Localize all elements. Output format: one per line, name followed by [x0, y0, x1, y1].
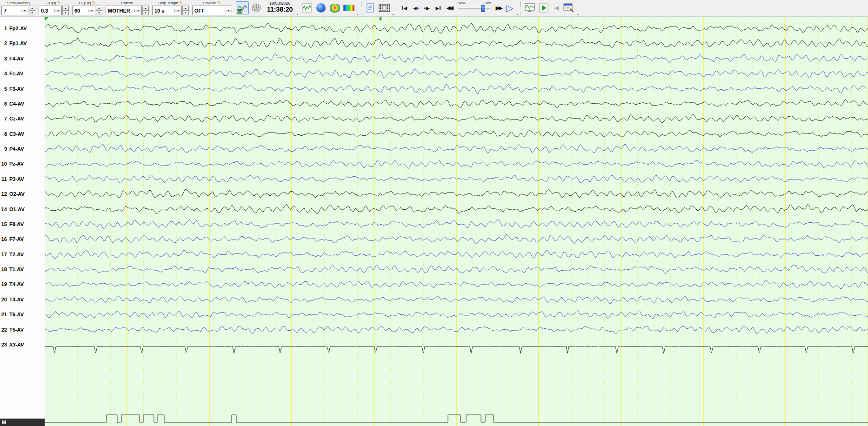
display-length-up-button[interactable]: ▲ [182, 6, 189, 11]
high-filter-up-button[interactable]: ▲ [96, 6, 102, 11]
video-dropdown-icon[interactable]: ⌄ [391, 11, 395, 16]
channel-label-row[interactable]: 14O1-AV [0, 206, 45, 213]
channel-label-row[interactable]: 3F4-AV [0, 55, 45, 62]
time-constant-dropdown-icon[interactable]: ▼ [54, 9, 61, 12]
toolbar-separator [521, 2, 521, 15]
color-scale-button[interactable] [342, 1, 355, 14]
channel-label: Pz-AV [9, 160, 24, 167]
play-dropdown-icon[interactable]: ⌄ [515, 11, 519, 16]
channel-label-row[interactable]: 11P3-AV [0, 175, 45, 183]
electrode-map-button[interactable] [250, 1, 263, 14]
green-play-icon [539, 3, 548, 13]
channel-label-row[interactable]: 4Fz-AV [0, 70, 45, 77]
settings-dropdown-icon[interactable]: ⌄ [576, 11, 580, 16]
channel-label-row[interactable]: 15F8-AV [0, 220, 45, 228]
display-length-down-button[interactable]: ▼ [182, 11, 189, 15]
edit-pencil-icon[interactable]: ✎ [92, 1, 96, 5]
channel-label-row[interactable]: 1Fp2-AV [0, 25, 45, 32]
marker-channel-label[interactable]: M [0, 419, 45, 426]
previous-page-button[interactable]: ◀ [410, 2, 421, 13]
channel-label-row[interactable]: 18T1-AV [0, 266, 45, 273]
topo-map-icon [330, 4, 340, 13]
channel-label-row[interactable]: 16F7-AV [0, 235, 45, 243]
eeg-canvas[interactable] [45, 17, 868, 426]
video-button[interactable] [378, 1, 391, 14]
channel-number: 23 [0, 341, 7, 348]
pattern-up-button[interactable]: ▲ [142, 6, 149, 11]
start-monitoring-button[interactable] [537, 1, 550, 14]
pattern-control: Pattern MOTHER ▼ ▲ ▼ [106, 0, 149, 15]
trace-view-button[interactable] [300, 1, 314, 14]
channel-label: F7-AV [9, 235, 24, 243]
notch-filter-button[interactable]: 50 [236, 1, 249, 14]
time-constant-select[interactable]: 0.3 ▼ [39, 6, 62, 15]
high-filter-select[interactable]: 60 ▼ [72, 6, 95, 15]
topographic-map-button[interactable] [328, 1, 341, 14]
display-length-select[interactable]: 10 s ▼ [152, 6, 182, 15]
datetime-dropdown-icon[interactable]: ⌄ [295, 11, 299, 16]
channel-label-row[interactable]: 8C3-AV [0, 130, 45, 138]
high-filter-down-button[interactable]: ▼ [96, 11, 102, 15]
go-last-page-button[interactable]: ▶ [433, 2, 444, 13]
play-button[interactable]: ▷ [504, 2, 515, 13]
channel-label-row[interactable]: 19T4-AV [0, 280, 45, 288]
channel-label-row[interactable]: 2Fp1-AV [0, 40, 45, 47]
back-disabled-button[interactable]: ◀ [551, 2, 562, 13]
pattern-down-button[interactable]: ▼ [142, 11, 149, 15]
montage-settings-icon [563, 3, 574, 13]
channel-label-row[interactable]: 9P4-AV [0, 145, 45, 153]
channel-label-row[interactable]: 21T6-AV [0, 311, 45, 318]
sensitivity-dropdown-icon[interactable]: ▼ [21, 9, 28, 12]
favorite-select[interactable]: OFF ▼ [192, 6, 232, 15]
channel-label: T3-AV [9, 296, 24, 303]
channel-label: C3-AV [9, 130, 24, 138]
brain-3d-map-button[interactable] [314, 1, 327, 14]
channel-label-row[interactable]: 17T2-AV [0, 251, 45, 258]
go-first-page-button[interactable]: ◀ [399, 2, 410, 13]
sensitivity-down-button[interactable]: ▼ [29, 11, 35, 15]
channel-label: T2-AV [9, 251, 24, 258]
channel-label-row[interactable]: 10Pz-AV [0, 160, 45, 167]
montage-settings-button[interactable] [562, 1, 575, 14]
channel-label-row[interactable]: 6C4-AV [0, 100, 45, 107]
channel-label-row[interactable]: 20T3-AV [0, 296, 45, 303]
patient-info-button[interactable] [364, 1, 377, 14]
pattern-dropdown-icon[interactable]: ▼ [134, 9, 141, 12]
edit-pencil-icon[interactable]: ✎ [57, 1, 61, 5]
speed-slider-track[interactable] [458, 8, 490, 9]
channel-number: 6 [0, 100, 7, 107]
favorite-dropdown-icon[interactable]: ▼ [225, 9, 232, 12]
toolbar-separator [397, 2, 397, 15]
pattern-select[interactable]: MOTHER ▼ [106, 6, 142, 15]
channel-label-row[interactable]: 23X3-AV [0, 341, 45, 348]
channel-label-row[interactable]: 5F3-AV [0, 85, 45, 93]
channel-label-row[interactable]: 7Cz-AV [0, 115, 45, 122]
speed-slider[interactable]: Slow Fast [457, 1, 491, 15]
channel-label-row[interactable]: 12O2-AV [0, 190, 45, 198]
channel-label: Fz-AV [9, 70, 23, 77]
high-filter-control: HF(Hz) ✎ 60 ▼ ▲ ▼ [72, 0, 102, 15]
display-length-dropdown-icon[interactable]: ▼ [174, 9, 181, 12]
time-constant-down-button[interactable]: ▼ [62, 11, 69, 15]
edit-pencil-icon[interactable]: ✎ [179, 1, 183, 5]
channel-number: 5 [0, 85, 7, 93]
edit-pencil-icon[interactable]: ✎ [218, 1, 221, 5]
speed-slider-handle[interactable] [481, 5, 485, 12]
sensitivity-up-button[interactable]: ▲ [29, 6, 35, 11]
monitor-trace-button[interactable] [523, 1, 536, 14]
toolbar-separator [361, 2, 361, 15]
fast-forward-button[interactable]: ▶▶ [493, 2, 504, 13]
channel-label-column: M 1Fp2-AV2Fp1-AV3F4-AV4Fz-AV5F3-AV6C4-AV… [0, 17, 45, 426]
datetime-display[interactable]: 18/03/2026 11:38:20 [265, 1, 294, 13]
trace-view-icon [302, 3, 312, 13]
high-filter-dropdown-icon[interactable]: ▼ [88, 9, 95, 12]
rewind-button[interactable]: ◀◀ [444, 2, 455, 13]
next-page-button[interactable]: ▶ [421, 2, 433, 13]
channel-number: 14 [0, 206, 7, 213]
time-constant-up-button[interactable]: ▲ [62, 6, 69, 11]
sensitivity-spinner: ▲ ▼ [29, 6, 35, 15]
maps-dropdown-icon[interactable]: ⌄ [356, 11, 360, 16]
eeg-trace-area[interactable] [45, 17, 868, 426]
channel-label-row[interactable]: 22T5-AV [0, 326, 45, 333]
sensitivity-select[interactable]: 7 ▼ [1, 6, 28, 15]
